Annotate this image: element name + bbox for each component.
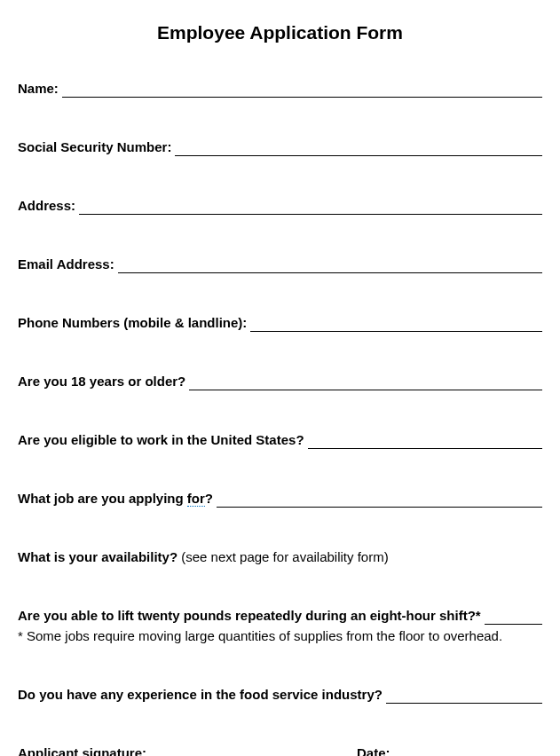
name-input-line[interactable] [62,83,542,98]
signature-row: Applicant signature: Date: [18,744,542,756]
job-label-suffix: ? [205,491,213,506]
address-label: Address: [18,196,75,215]
lift-label: Are you able to lift twenty pounds repea… [18,606,481,625]
job-label-for: for [187,491,205,507]
age-label: Are you 18 years or older? [18,372,185,390]
availability-field: What is your availability? (see next pag… [18,547,542,566]
email-label: Email Address: [18,255,114,273]
job-label: What job are you applying for? [18,489,213,508]
lift-input-line[interactable] [485,610,542,625]
availability-note: (see next page for availability form) [177,549,389,564]
experience-input-line[interactable] [386,689,542,704]
date-label: Date: [357,744,390,756]
age-field: Are you 18 years or older? [18,372,542,390]
age-input-line[interactable] [189,376,542,390]
eligible-input-line[interactable] [308,435,542,449]
experience-label: Do you have any experience in the food s… [18,685,383,704]
eligible-field: Are you eligible to work in the United S… [18,430,542,449]
lift-note: * Some jobs require moving large quantit… [18,626,542,645]
phone-field: Phone Numbers (mobile & landline): [18,313,542,332]
address-input-line[interactable] [79,201,542,215]
eligible-label: Are you eligible to work in the United S… [18,430,304,449]
address-field: Address: [18,196,542,215]
ssn-label: Social Security Number: [18,138,171,156]
name-field: Name: [18,79,542,98]
signature-input-line[interactable] [150,748,350,756]
date-input-line[interactable] [394,748,542,756]
email-field: Email Address: [18,255,542,273]
job-field: What job are you applying for? [18,489,542,508]
experience-field: Do you have any experience in the food s… [18,685,542,704]
signature-label: Applicant signature: [18,744,146,756]
job-input-line[interactable] [217,493,542,508]
phone-input-line[interactable] [250,318,542,332]
ssn-field: Social Security Number: [18,138,542,156]
phone-label: Phone Numbers (mobile & landline): [18,313,247,332]
lift-field: Are you able to lift twenty pounds repea… [18,606,542,645]
ssn-input-line[interactable] [175,142,542,156]
availability-label: What is your availability? [18,549,177,564]
form-title: Employee Application Form [18,22,542,43]
job-label-prefix: What job are you applying [18,491,187,506]
name-label: Name: [18,79,59,98]
email-input-line[interactable] [118,259,542,273]
